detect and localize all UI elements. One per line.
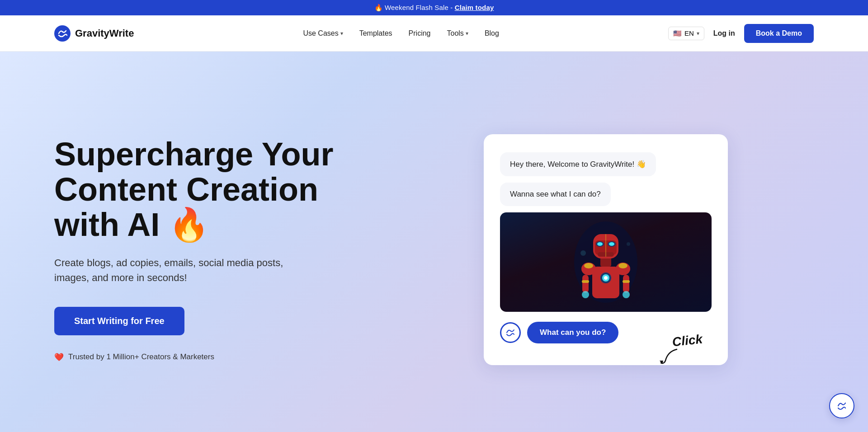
hero-title-line2: Content Creation: [54, 171, 318, 207]
hero-subtitle: Create blogs, ad copies, emails, social …: [54, 255, 307, 285]
book-demo-button[interactable]: Book a Demo: [744, 24, 814, 43]
chevron-down-icon: ▾: [340, 30, 343, 37]
header: GravityWrite Use Cases ▾ Templates Prici…: [0, 15, 868, 52]
nav-tools-label: Tools: [447, 29, 464, 38]
nav-pricing-label: Pricing: [409, 29, 431, 38]
svg-point-8: [584, 263, 593, 268]
logo-text: GravityWrite: [75, 28, 134, 39]
click-annotation: Click: [672, 333, 703, 348]
svg-point-15: [597, 242, 603, 246]
hero-left: Supercharge Your Content Creation with A…: [54, 137, 362, 362]
banner-link[interactable]: Claim today: [455, 4, 494, 11]
chat-bubble-welcome: Hey there, Welcome to GravityWrite! 👋: [500, 152, 656, 176]
chat-card: Hey there, Welcome to GravityWrite! 👋 Wa…: [484, 134, 728, 365]
svg-point-23: [582, 291, 589, 298]
svg-point-9: [618, 263, 627, 268]
what-can-you-do-button[interactable]: What can you do?: [527, 322, 618, 343]
nav-pricing[interactable]: Pricing: [409, 29, 431, 38]
chat-image: [500, 212, 712, 312]
logo[interactable]: GravityWrite: [54, 25, 134, 42]
svg-point-25: [580, 250, 586, 256]
click-arrow-icon: [659, 347, 681, 367]
logo-icon: [54, 25, 71, 42]
gravity-icon: [500, 322, 521, 343]
chat-bubble-demo: Wanna see what I can do?: [500, 183, 611, 206]
trust-text: Trusted by 1 Million+ Creators & Markete…: [68, 352, 214, 362]
hero-title: Supercharge Your Content Creation with A…: [54, 137, 362, 242]
ironman-illustration: [570, 217, 642, 307]
svg-rect-22: [623, 280, 630, 283]
header-right: 🇺🇸 EN ▾ Log in Book a Demo: [668, 24, 814, 43]
trust-line: ❤️ Trusted by 1 Million+ Creators & Mark…: [54, 352, 362, 362]
heart-icon: ❤️: [54, 352, 64, 362]
hero-title-line1: Supercharge Your: [54, 136, 334, 172]
banner-text: 🔥 Weekend Flash Sale -: [374, 4, 455, 11]
login-button[interactable]: Log in: [713, 29, 735, 38]
main-nav: Use Cases ▾ Templates Pricing Tools ▾ Bl…: [303, 29, 499, 38]
svg-point-16: [609, 242, 614, 246]
nav-templates-label: Templates: [359, 29, 392, 38]
nav-templates[interactable]: Templates: [359, 29, 392, 38]
cta-button[interactable]: Start Writing for Free: [54, 307, 184, 335]
tools-chevron-icon: ▾: [466, 30, 468, 37]
top-banner: 🔥 Weekend Flash Sale - Claim today: [0, 0, 868, 15]
svg-rect-20: [623, 275, 629, 293]
svg-point-26: [627, 242, 630, 246]
nav-use-cases[interactable]: Use Cases ▾: [303, 29, 343, 38]
hero-right: Hey there, Welcome to GravityWrite! 👋 Wa…: [398, 134, 814, 365]
nav-tools[interactable]: Tools ▾: [447, 29, 468, 38]
nav-blog-label: Blog: [485, 29, 499, 38]
nav-use-cases-label: Use Cases: [303, 29, 338, 38]
svg-point-24: [623, 291, 630, 298]
floating-chat-button[interactable]: [829, 393, 854, 418]
svg-rect-21: [582, 280, 589, 283]
lang-chevron-icon: ▾: [697, 30, 699, 37]
language-selector[interactable]: 🇺🇸 EN ▾: [668, 27, 704, 40]
svg-point-0: [54, 25, 71, 42]
lang-label: EN: [684, 29, 694, 37]
hero-title-line3: with AI 🔥: [54, 207, 209, 243]
chat-bottom: What can you do? Click: [500, 322, 712, 343]
hero-section: Supercharge Your Content Creation with A…: [0, 52, 868, 432]
flag-icon: 🇺🇸: [673, 29, 682, 38]
svg-rect-19: [582, 275, 589, 293]
nav-blog[interactable]: Blog: [485, 29, 499, 38]
svg-point-5: [604, 276, 608, 280]
